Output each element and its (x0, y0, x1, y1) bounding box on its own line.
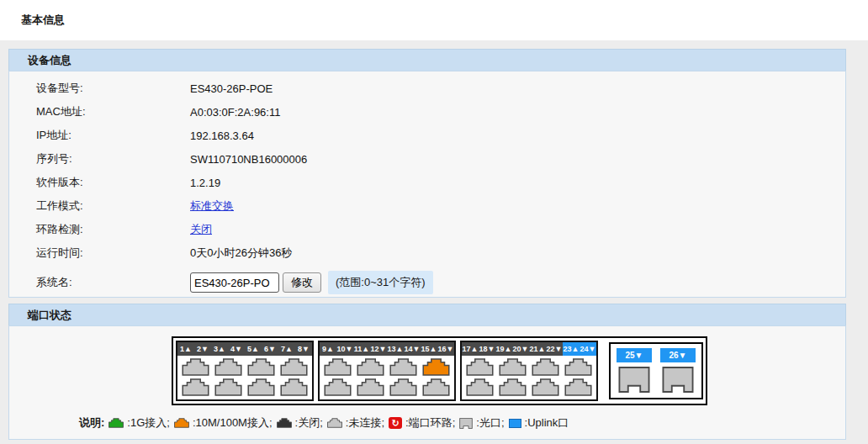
port-group-header: 1▲2▼3▲4▼5▲6▼7▲8▼ (177, 342, 312, 356)
legend-item-disconnected: :光口; (459, 415, 504, 431)
port-header-label: 21▲ (529, 342, 546, 356)
port-header-label: 9▲ (320, 342, 336, 356)
serial-number-label: 序列号: (36, 151, 190, 166)
work-mode-label: 工作模式: (36, 198, 190, 214)
port-header-label: 15▲ (421, 342, 437, 356)
uplink-port-header-label: 23▲ (563, 342, 580, 356)
port-11-icon[interactable] (357, 358, 384, 376)
port-group-header: 9▲10▼11▲12▼13▲14▼15▲16▼ (320, 342, 454, 356)
port-20-icon[interactable] (499, 378, 527, 396)
uptime-label: 运行时间: (36, 246, 190, 261)
system-name-range-hint: (范围:0~31个字符) (328, 271, 433, 294)
legend-item-loop: ↻:端口环路; (389, 415, 455, 431)
legend-prefix: 说明: (79, 415, 104, 431)
port-header-label: 1▲ (177, 342, 194, 356)
port-6-icon[interactable] (247, 378, 275, 396)
page-title: 基本信息 (21, 13, 65, 28)
port-header-label: 7▲ (278, 342, 295, 356)
port-group-1: 1▲2▼3▲4▼5▲6▼7▲8▼ (176, 341, 314, 401)
port-19-icon[interactable] (499, 358, 527, 376)
port-21-icon[interactable] (532, 358, 559, 376)
uptime-value: 0天0小时26分钟36秒 (190, 246, 292, 261)
port-15-icon[interactable] (422, 358, 450, 376)
system-name-label: 系统名: (36, 275, 190, 290)
port-18-icon[interactable] (466, 378, 494, 396)
gigabit-port-icon (108, 418, 124, 428)
sfp-port-25: 25▼ (617, 348, 652, 393)
port-4-icon[interactable] (214, 378, 242, 396)
device-info-rows: 设备型号:ES430-26P-POEMAC地址:A0:03:0F:2A:96:1… (9, 71, 845, 268)
port-5-icon[interactable] (247, 358, 275, 376)
port-7-icon[interactable] (280, 358, 308, 376)
device-model-label: 设备型号: (36, 81, 190, 96)
legend-item-text: :Uplink口 (525, 415, 569, 431)
port-2-icon[interactable] (182, 378, 209, 396)
port-group-header: 17▲18▼19▲20▼21▲22▼23▲24▼ (462, 342, 596, 356)
disconnected-port-icon (327, 418, 342, 428)
device-info-section-title: 设备信息 (28, 54, 71, 66)
work-mode-link[interactable]: 标准交换 (190, 198, 234, 214)
row-software-version: 软件版本:1.2.19 (9, 171, 845, 194)
legend-item-text: :未连接; (346, 415, 384, 431)
switch-port-panel: 1▲2▼3▲4▼5▲6▼7▲8▼9▲10▼11▲12▼13▲14▼15▲16▼1… (172, 336, 707, 405)
device-info-section: 设备信息 设备型号:ES430-26P-POEMAC地址:A0:03:0F:2A… (8, 49, 846, 298)
legend-item-closed: :关闭; (277, 415, 323, 431)
port-17-icon[interactable] (466, 358, 494, 376)
row-mac-address: MAC地址:A0:03:0F:2A:96:11 (9, 100, 845, 124)
loop-detect-link[interactable]: 关闭 (190, 222, 212, 237)
closed-port-icon (277, 418, 292, 428)
legend-item-uplink: :Uplink口 (509, 415, 569, 431)
sfp-uplink-group: 25▼26▼ (609, 342, 703, 399)
port-9-icon[interactable] (324, 358, 352, 376)
port-22-icon[interactable] (532, 378, 559, 396)
row-loop-detect: 环路检测:关闭 (9, 218, 845, 241)
port-14-icon[interactable] (389, 378, 417, 396)
row-system-name: 系统名: 修改 (范围:0~31个字符) (9, 268, 845, 297)
port-header-label: 20▼ (512, 342, 529, 356)
port-legend: 说明::1G接入;:10M/100M接入;:关闭;:未连接;↻:端口环路;:光口… (79, 415, 845, 431)
port-header-label: 2▼ (194, 342, 211, 356)
port-16-icon[interactable] (422, 378, 450, 396)
system-name-input[interactable] (190, 272, 279, 293)
port-status-section: 端口状态 1▲2▼3▲4▼5▲6▼7▲8▼9▲10▼11▲12▼13▲14▼15… (8, 304, 846, 440)
legend-item-gigabit: :1G接入; (108, 415, 170, 431)
port-1-icon[interactable] (182, 358, 209, 376)
uplink-port-icon (509, 419, 521, 428)
port-12-icon[interactable] (357, 378, 384, 396)
legend-item-text: :端口环路; (405, 415, 455, 431)
port-header-label: 6▼ (262, 342, 278, 356)
port-23-icon[interactable] (564, 358, 592, 376)
device-info-section-header: 设备信息 (8, 49, 846, 71)
port-8-icon[interactable] (280, 378, 308, 396)
port-header-label: 10▼ (336, 342, 353, 356)
port-header-label: 19▲ (495, 342, 512, 356)
port-header-label: 4▼ (228, 342, 245, 356)
port-3-icon[interactable] (214, 358, 242, 376)
loop-detect-label: 环路检测: (36, 222, 190, 237)
port-header-label: 11▲ (353, 342, 370, 356)
uplink-port-header-label: 24▼ (580, 342, 596, 356)
legend-item-fast: :10M/100M接入; (174, 415, 273, 431)
port-10-icon[interactable] (324, 378, 352, 396)
modify-button[interactable]: 修改 (283, 272, 321, 293)
port-13-icon[interactable] (389, 358, 417, 376)
port-group-2: 9▲10▼11▲12▼13▲14▼15▲16▼ (318, 341, 456, 401)
fast-port-icon (174, 418, 189, 428)
mac-address-value: A0:03:0F:2A:96:11 (190, 106, 280, 119)
page-title-bar: 基本信息 (0, 0, 868, 40)
ip-address-value: 192.168.3.64 (190, 130, 254, 142)
ip-address-label: IP地址: (36, 128, 190, 143)
sfp-port-26-header: 26▼ (660, 348, 696, 362)
sfp-port-26-icon[interactable] (662, 367, 694, 393)
row-uptime: 运行时间:0天0小时26分钟36秒 (9, 241, 845, 265)
port-header-label: 14▼ (404, 342, 421, 356)
port-24-icon[interactable] (564, 378, 592, 396)
row-serial-number: 序列号:SW110710NB16000006 (9, 147, 845, 171)
sfp-port-25-icon[interactable] (618, 367, 650, 393)
software-version-value: 1.2.19 (190, 177, 220, 189)
serial-number-value: SW110710NB16000006 (190, 153, 307, 166)
port-header-label: 18▼ (479, 342, 495, 356)
port-header-label: 8▼ (295, 342, 312, 356)
legend-item-text: :1G接入; (127, 415, 170, 431)
device-model-value: ES430-26P-POE (190, 82, 273, 95)
